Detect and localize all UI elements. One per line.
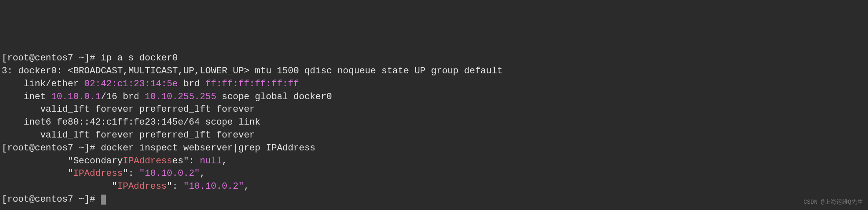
broadcast-ip: 10.10.255.255 — [145, 92, 216, 102]
prompt-hash: # — [90, 53, 100, 63]
watermark: CSDN @上海运维Q先生 — [803, 198, 863, 207]
output-text: /16 brd — [101, 92, 145, 102]
output-text: es": — [172, 156, 200, 166]
prompt-open: [ — [2, 194, 7, 205]
grep-match: IPAddress — [73, 168, 123, 179]
mac-address: 02:42:c1:23:14:5e — [84, 79, 178, 89]
prompt-at: @ — [29, 194, 35, 205]
prompt-space — [73, 194, 79, 205]
prompt-close: ] — [84, 53, 90, 63]
output-line: inet — [2, 92, 51, 102]
output-text: " — [2, 181, 117, 192]
prompt-close: ] — [84, 143, 90, 153]
output-text: , — [244, 181, 249, 192]
prompt-path: ~ — [79, 53, 84, 63]
output-line: valid_lft forever preferred_lft forever — [2, 130, 255, 140]
prompt-line-1: [root@centos7 ~]# ip a s docker0 — [2, 53, 178, 63]
prompt-user: root — [7, 194, 29, 205]
prompt-host: centos7 — [35, 194, 73, 205]
broadcast-mac: ff:ff:ff:ff:ff:ff — [206, 79, 299, 89]
prompt-path: ~ — [79, 143, 84, 153]
prompt-line-3[interactable]: [root@centos7 ~]# — [2, 194, 106, 205]
prompt-close: ] — [84, 194, 90, 205]
output-text: ": — [123, 168, 139, 179]
prompt-at: @ — [29, 143, 35, 153]
prompt-hash: # — [90, 194, 100, 205]
output-line: inet6 fe80::42:c1ff:fe23:145e/64 scope l… — [2, 117, 261, 128]
output-text: , — [200, 168, 205, 179]
prompt-line-2: [root@centos7 ~]# docker inspect webserv… — [2, 143, 316, 153]
output-line: valid_lft forever preferred_lft forever — [2, 104, 255, 115]
terminal-output: [root@centos7 ~]# ip a s docker0 3: dock… — [2, 52, 866, 206]
prompt-host: centos7 — [35, 143, 73, 153]
prompt-at: @ — [29, 53, 35, 63]
prompt-open: [ — [2, 53, 7, 63]
json-null: null — [200, 156, 222, 166]
command-1: ip a s docker0 — [101, 53, 178, 63]
grep-match: IPAddress — [123, 156, 172, 166]
cursor-icon[interactable] — [101, 195, 106, 205]
ip-value: "10.10.0.2" — [183, 181, 244, 192]
output-text: ": — [167, 181, 183, 192]
output-line: 3: docker0: <BROADCAST,MULTICAST,UP,LOWE… — [2, 66, 502, 76]
inet-address: 10.10.0.1 — [51, 92, 101, 102]
prompt-hash: # — [90, 143, 100, 153]
output-text: " — [2, 168, 73, 179]
grep-match: IPAddress — [117, 181, 167, 192]
prompt-space — [73, 53, 79, 63]
command-2: docker inspect webserver|grep IPAddress — [101, 143, 316, 153]
prompt-path: ~ — [79, 194, 84, 205]
prompt-open: [ — [2, 143, 7, 153]
prompt-user: root — [7, 143, 29, 153]
output-line: link/ether — [2, 79, 84, 89]
output-text: , — [222, 156, 227, 166]
prompt-user: root — [7, 53, 29, 63]
output-text: scope global docker0 — [216, 92, 332, 102]
output-text: brd — [178, 79, 205, 89]
output-text: "Secondary — [2, 156, 123, 166]
prompt-host: centos7 — [35, 53, 73, 63]
prompt-space — [73, 143, 79, 153]
ip-value: "10.10.0.2" — [139, 168, 200, 179]
